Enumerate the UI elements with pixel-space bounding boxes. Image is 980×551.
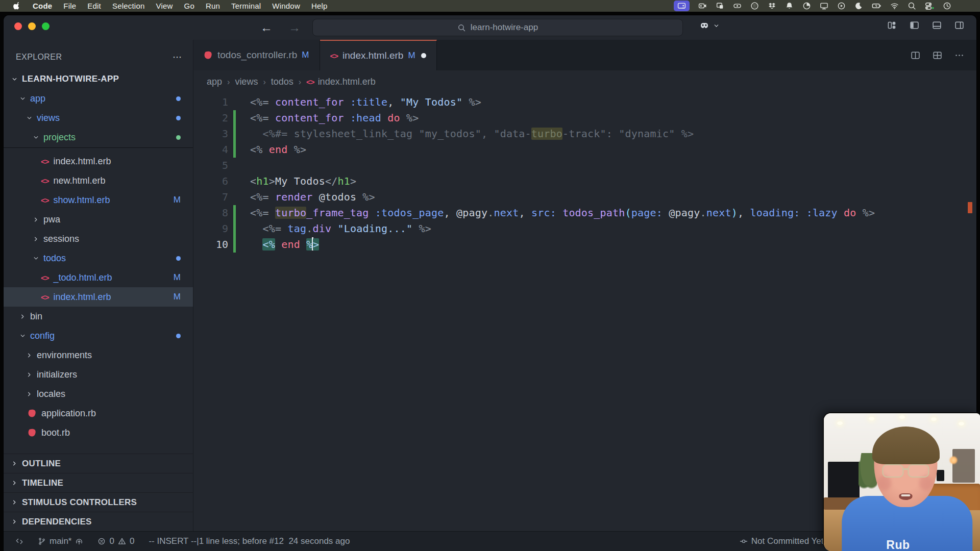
line-number: 9 bbox=[193, 221, 228, 237]
more-actions-icon[interactable] bbox=[954, 51, 964, 60]
breadcrumb-separator: › bbox=[299, 78, 301, 87]
editor-layout-icon[interactable] bbox=[933, 51, 942, 60]
battery-charging-icon[interactable] bbox=[872, 1, 881, 11]
screen-mirroring-icon[interactable] bbox=[674, 1, 690, 11]
folder-views[interactable]: views bbox=[4, 108, 193, 128]
tab-todos_controller.rb[interactable]: todos_controller.rbM bbox=[193, 40, 320, 70]
chevron-down-icon bbox=[713, 22, 720, 29]
explorer-more-actions-icon[interactable]: ⋯ bbox=[173, 52, 183, 63]
zoom-button[interactable] bbox=[42, 22, 50, 30]
modified-badge: M bbox=[302, 50, 309, 60]
code-token: > bbox=[269, 175, 275, 187]
chevron-right-icon bbox=[26, 390, 33, 398]
menu-view[interactable]: View bbox=[150, 2, 178, 10]
copilot-menu[interactable] bbox=[699, 20, 720, 31]
menu-selection[interactable]: Selection bbox=[107, 2, 151, 10]
file-show.html.erb[interactable]: <>show.html.erbM bbox=[4, 190, 193, 210]
ruby-file-icon bbox=[28, 409, 37, 418]
file-new.html.erb[interactable]: <>new.html.erb bbox=[4, 171, 193, 190]
folder-initializers[interactable]: initializers bbox=[4, 365, 193, 384]
customize-layout-icon[interactable] bbox=[887, 20, 897, 30]
ruby-file-icon bbox=[28, 428, 37, 437]
toggle-primary-sidebar-icon[interactable] bbox=[910, 20, 919, 30]
minimize-button[interactable] bbox=[28, 22, 36, 30]
navigate-forward-button[interactable]: → bbox=[286, 20, 303, 35]
external-display-icon[interactable] bbox=[820, 2, 828, 10]
clock-icon[interactable] bbox=[943, 2, 951, 10]
window-controls bbox=[14, 22, 50, 30]
toggle-secondary-sidebar-icon[interactable] bbox=[954, 20, 964, 30]
chevron-right-icon bbox=[11, 479, 18, 487]
menu-file[interactable]: File bbox=[58, 2, 82, 10]
problems-indicator[interactable]: 0 0 bbox=[93, 536, 139, 546]
folder-projects[interactable]: projects bbox=[4, 128, 193, 147]
folder-environments[interactable]: environments bbox=[4, 345, 193, 365]
code-token: <%= bbox=[250, 96, 275, 108]
navigate-back-button[interactable]: ← bbox=[258, 20, 275, 35]
command-center-search[interactable]: learn-hotwire-app bbox=[312, 19, 683, 36]
git-status-dot bbox=[176, 334, 181, 338]
file-index.html.erb[interactable]: <>index.html.erb bbox=[4, 152, 193, 171]
file-application.rb[interactable]: application.rb bbox=[4, 404, 193, 423]
tab-index.html.erb[interactable]: <>index.html.erbM bbox=[320, 40, 437, 70]
section-label: TIMELINE bbox=[22, 478, 63, 488]
breadcrumb-segment-views[interactable]: views bbox=[235, 77, 258, 87]
notification-bell-icon[interactable] bbox=[785, 2, 794, 10]
moon-icon[interactable] bbox=[854, 2, 863, 10]
folder-locales[interactable]: locales bbox=[4, 384, 193, 404]
file-_todo.html.erb[interactable]: <>_todo.html.erbM bbox=[4, 268, 193, 287]
split-editor-icon[interactable] bbox=[911, 51, 920, 60]
menu-window[interactable]: Window bbox=[266, 2, 306, 10]
menu-terminal[interactable]: Terminal bbox=[226, 2, 266, 10]
breadcrumb-file[interactable]: <>index.html.erb bbox=[306, 77, 376, 87]
code-token: %> bbox=[356, 191, 375, 203]
code-token: <%= bbox=[250, 112, 275, 124]
command-center-text: learn-hotwire-app bbox=[471, 22, 538, 33]
code-token: next bbox=[706, 207, 731, 219]
sidecar-display-icon[interactable] bbox=[716, 2, 724, 10]
menu-go[interactable]: Go bbox=[179, 2, 200, 10]
section-timeline[interactable]: TIMELINE bbox=[4, 473, 193, 492]
chevron-down-icon bbox=[32, 134, 40, 141]
toggle-panel-icon[interactable] bbox=[932, 20, 942, 30]
menu-edit[interactable]: Edit bbox=[82, 2, 107, 10]
menu-run[interactable]: Run bbox=[200, 2, 226, 10]
globe-grid-icon[interactable] bbox=[750, 2, 759, 10]
camera-capsule-icon[interactable] bbox=[733, 2, 742, 10]
menu-code[interactable]: Code bbox=[27, 2, 58, 10]
workspace-root-label: LEARN-HOTWIRE-APP bbox=[22, 74, 119, 84]
spotlight-search-icon[interactable] bbox=[908, 2, 916, 10]
control-center-icon[interactable] bbox=[925, 2, 934, 11]
folder-config[interactable]: config bbox=[4, 326, 193, 345]
video-camera-icon[interactable] bbox=[698, 2, 707, 10]
breadcrumb-segment-app[interactable]: app bbox=[207, 77, 222, 87]
remote-indicator[interactable] bbox=[11, 537, 28, 545]
folder-pwa[interactable]: pwa bbox=[4, 210, 193, 229]
apple-menu[interactable] bbox=[7, 2, 27, 10]
titlebar[interactable]: ← → learn-hotwire-app bbox=[4, 15, 976, 40]
menu-help[interactable]: Help bbox=[306, 2, 333, 10]
git-branch-indicator[interactable]: main* bbox=[33, 536, 88, 546]
section-outline[interactable]: OUTLINE bbox=[4, 454, 193, 473]
workspace-root-folder[interactable]: LEARN-HOTWIRE-APP bbox=[4, 69, 193, 89]
close-button[interactable] bbox=[14, 22, 22, 30]
tree-item-label: locales bbox=[37, 389, 65, 399]
folder-app[interactable]: app bbox=[4, 89, 193, 108]
code-token: render bbox=[275, 191, 312, 203]
section-stimulus-controllers[interactable]: STIMULUS CONTROLLERS bbox=[4, 492, 193, 512]
commit-status[interactable]: Not Committed Yet bbox=[735, 536, 828, 546]
play-circle-icon[interactable] bbox=[837, 2, 846, 10]
line-number: 2 bbox=[193, 110, 228, 126]
breadcrumb-segment-todos[interactable]: todos bbox=[271, 77, 293, 87]
section-dependencies[interactable]: DEPENDENCIES bbox=[4, 512, 193, 531]
folder-todos[interactable]: todos bbox=[4, 248, 193, 268]
pie-chart-icon[interactable] bbox=[802, 2, 811, 10]
file-boot.rb[interactable]: boot.rb bbox=[4, 423, 193, 442]
file-index.html.erb[interactable]: <>index.html.erbM bbox=[4, 287, 193, 307]
code-token: :head bbox=[350, 112, 381, 124]
folder-bin[interactable]: bin bbox=[4, 307, 193, 326]
wifi-icon[interactable] bbox=[890, 2, 899, 10]
unsaved-dot[interactable] bbox=[421, 53, 426, 58]
dropbox-icon[interactable] bbox=[768, 2, 776, 10]
folder-sessions[interactable]: sessions bbox=[4, 229, 193, 248]
